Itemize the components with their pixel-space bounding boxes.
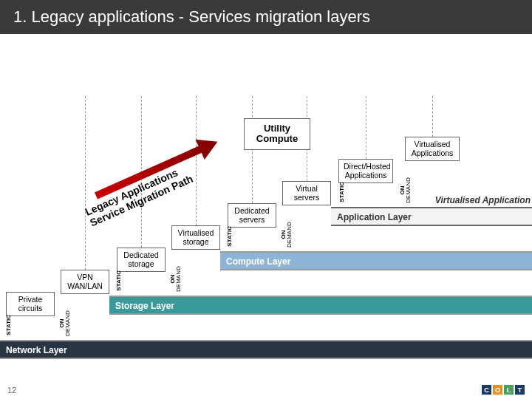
step-direct-hosted: Direct/Hosted Applications <box>338 159 393 183</box>
virtual-servers-box: Virtual servers <box>282 181 331 205</box>
application-layer-band: Application Layer Virtualised Applicatio… <box>331 207 532 226</box>
virt-apps-dashed-line <box>432 96 433 137</box>
logo-l: L <box>504 385 514 395</box>
virtualised-storage-box: Virtualised storage <box>171 225 220 250</box>
step-vpn: VPN WAN/LAN <box>61 270 109 294</box>
dedicated-storage-box: Dedicated storage <box>117 248 166 272</box>
sod-ded-servers: STATIC <box>227 218 233 255</box>
sod-vpn: ONDEMAND <box>59 305 70 342</box>
virtualised-network-label: Virtualised Network <box>454 328 531 338</box>
step-private-circuits: Private circuits <box>6 292 55 316</box>
utility-compute-box: Utility Compute <box>244 118 310 150</box>
logo-o: O <box>493 385 502 395</box>
sod-virt-servers: ONDEMAND <box>281 216 292 253</box>
private-circuits-box: Private circuits <box>6 292 55 316</box>
direct-hosted-box: Direct/Hosted Applications <box>338 159 393 183</box>
step-dedicated-servers: Dedicated servers <box>228 203 276 228</box>
step-virtual-servers: Virtual servers <box>282 181 331 205</box>
migration-arrow: Legacy Applications Service Migration Pa… <box>95 144 205 199</box>
virtualised-storage-label: Virtualised Storage <box>456 284 531 294</box>
direct-hosted-dashed-line <box>366 96 366 159</box>
virtualised-applications-box: Virtualised Applications <box>405 137 460 161</box>
colt-logo: C O L T <box>482 385 525 395</box>
virt-storage-dashed-line <box>196 96 197 225</box>
sod-virt-storage: ONDEMAND <box>170 261 181 298</box>
storage-layer-band: Storage Layer Virtualised Storage <box>109 296 532 315</box>
network-layer-band: Network Layer Virtualised Network <box>0 340 532 359</box>
step-utility-compute: Utility Compute <box>244 118 310 150</box>
sod-ded-storage: STATIC <box>116 262 122 299</box>
step-virtualised-storage: Virtualised storage <box>171 225 220 250</box>
compute-layer-band: Compute Layer Virtualised Compute <box>220 251 532 270</box>
page-number: 12 <box>7 386 16 395</box>
application-layer-label: Application Layer <box>337 212 412 222</box>
virtualised-compute-label: Virtualised Compute <box>451 239 531 250</box>
logo-c: C <box>482 385 491 395</box>
step-virtualised-applications: Virtualised Applications <box>405 137 460 161</box>
step-dedicated-storage: Dedicated storage <box>117 248 166 272</box>
vpn-box: VPN WAN/LAN <box>61 270 109 294</box>
sod-private-static: STATIC <box>6 307 12 344</box>
sod-virt-apps: ONDEMAND <box>400 172 411 209</box>
slide-title: 1. Legacy applications - Services migrat… <box>0 0 532 34</box>
network-layer-label: Network Layer <box>6 345 67 355</box>
sod-direct-hosted: STATIC <box>339 174 345 211</box>
compute-layer-label: Compute Layer <box>226 256 290 267</box>
arrow-head-icon <box>196 132 222 160</box>
virtualised-application-label: Virtualised Application <box>435 195 531 205</box>
diagram-area: Network Layer Virtualised Network Storag… <box>0 44 532 369</box>
storage-layer-label: Storage Layer <box>115 301 174 311</box>
vpn-dashed-line <box>85 96 86 270</box>
logo-t: T <box>515 385 525 395</box>
dedicated-servers-box: Dedicated servers <box>228 203 276 228</box>
